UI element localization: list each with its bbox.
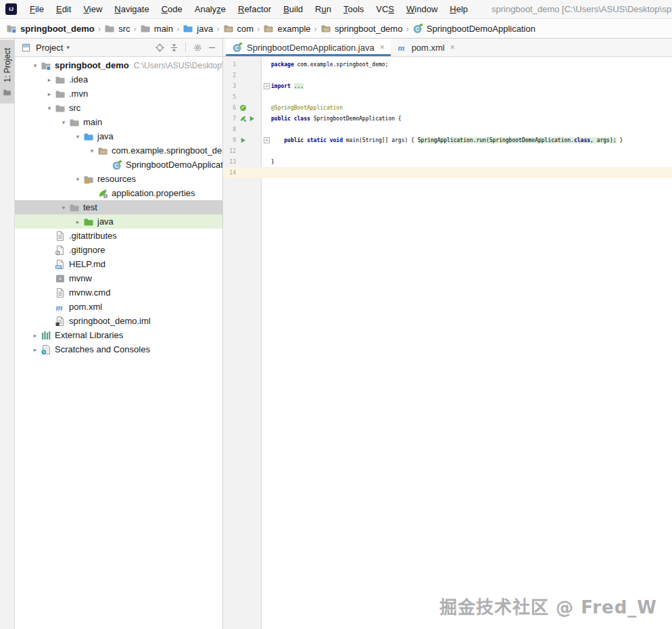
menu-analyze[interactable]: Analyze xyxy=(189,0,232,18)
breadcrumb-item-springbootdemoapplication[interactable]: CSpringbootDemoApplication xyxy=(412,23,535,34)
tree-item-test[interactable]: ▾test xyxy=(15,200,222,214)
collapse-all-button[interactable] xyxy=(168,41,180,53)
run-icon[interactable] xyxy=(248,115,256,122)
spring-leaf-icon[interactable] xyxy=(239,115,247,122)
code-line[interactable]: 5 xyxy=(223,91,672,102)
code-line[interactable]: 3+import ... xyxy=(223,80,672,91)
code-line-caret[interactable]: 14 xyxy=(223,167,672,178)
code-text: package com.example.springboot_demo; xyxy=(271,62,388,68)
chevron-right-icon[interactable]: ▸ xyxy=(30,346,41,353)
file-shell-icon: › xyxy=(55,273,66,284)
tree-item--gitignore[interactable]: .gitignore xyxy=(15,243,222,257)
editor-tab-springbootdemoapplication-java[interactable]: CSpringbootDemoApplication.java× xyxy=(226,39,391,56)
code-text: } xyxy=(271,159,274,165)
chevron-down-icon[interactable]: ▾ xyxy=(66,44,70,51)
menu-refactor[interactable]: Refactor xyxy=(232,0,277,18)
hide-panel-button[interactable] xyxy=(206,41,218,53)
fold-marker-icon[interactable]: + xyxy=(264,137,270,143)
breadcrumb-item-springboot-demo[interactable]: springboot_demo xyxy=(320,23,402,34)
tree-item-mvnw[interactable]: ›mvnw xyxy=(15,271,222,285)
line-number: 9 xyxy=(226,137,236,143)
locate-file-button[interactable] xyxy=(153,41,166,53)
springleaf-icon xyxy=(239,115,247,122)
code-text: import ... xyxy=(271,83,304,89)
menu-navigate[interactable]: Navigate xyxy=(108,0,155,18)
code-line[interactable]: 2 xyxy=(223,70,672,80)
tree-item--idea[interactable]: ▸.idea xyxy=(15,72,222,87)
chevron-down-icon[interactable]: ▾ xyxy=(58,119,69,126)
editor-tab-pom-xml[interactable]: mpom.xml× xyxy=(391,39,461,56)
tree-item-pom-xml[interactable]: mpom.xml xyxy=(15,300,222,314)
chevron-down-icon[interactable]: ▾ xyxy=(44,105,55,112)
code-line[interactable]: 12 xyxy=(223,145,672,156)
menu-tools[interactable]: Tools xyxy=(337,0,370,18)
menu-code[interactable]: Code xyxy=(155,0,189,18)
tree-item-application-properties[interactable]: application.properties xyxy=(15,186,222,200)
line-number: 14 xyxy=(226,170,236,176)
breadcrumb-item-com[interactable]: com xyxy=(223,23,254,34)
code-line[interactable]: 1package com.example.springboot_demo; xyxy=(223,59,672,70)
chevron-right-icon[interactable]: ▸ xyxy=(30,332,41,339)
breadcrumb-item-example[interactable]: example xyxy=(263,23,310,34)
menu-build[interactable]: Build xyxy=(277,0,309,18)
chevron-down-icon[interactable]: ▾ xyxy=(72,133,83,140)
tree-item-label: External Libraries xyxy=(55,330,123,340)
breadcrumb: springboot_demo›src›main›java›com›exampl… xyxy=(0,19,672,39)
tree-item--gitattributes[interactable]: .gitattributes xyxy=(15,229,222,243)
menu-edit[interactable]: Edit xyxy=(50,0,77,18)
menu-help[interactable]: Help xyxy=(443,0,474,18)
file-shell-icon: › xyxy=(55,273,66,284)
tree-item-help-md[interactable]: MDHELP.md xyxy=(15,257,222,271)
breadcrumb-label: java xyxy=(197,24,213,34)
chevron-right-icon[interactable]: ▸ xyxy=(72,218,83,225)
project-view-icon xyxy=(21,43,31,53)
tree-item-java[interactable]: ▾java xyxy=(15,129,222,143)
tree-item-com-example-springboot-demo[interactable]: ▾com.example.springboot_demo xyxy=(15,143,222,158)
tool-window-project-button[interactable]: 1: Project xyxy=(0,40,14,103)
tree-item-resources[interactable]: ▾resources xyxy=(15,172,222,186)
tree-item-src[interactable]: ▾src xyxy=(15,101,222,115)
menu-run[interactable]: Run xyxy=(309,0,337,18)
run-icon[interactable] xyxy=(239,137,247,144)
menu-vcs[interactable]: VCS xyxy=(370,0,400,18)
chevron-right-icon[interactable]: ▸ xyxy=(44,91,55,97)
tree-item-main[interactable]: ▾main xyxy=(15,115,222,129)
breadcrumb-item-main[interactable]: main xyxy=(140,23,173,34)
chevron-down-icon[interactable]: ▾ xyxy=(87,147,97,154)
menu-file[interactable]: File xyxy=(24,0,50,18)
tree-item--mvn[interactable]: ▸.mvn xyxy=(15,87,222,101)
close-icon[interactable]: × xyxy=(450,43,455,52)
chevron-down-icon[interactable]: ▾ xyxy=(72,176,83,183)
menu-view[interactable]: View xyxy=(77,0,108,18)
spring-boot-icon[interactable] xyxy=(239,104,247,112)
code-line[interactable]: 7public class SpringbootDemoApplication … xyxy=(223,113,672,124)
tree-item-springbootdemoapplication[interactable]: CSpringbootDemoApplication xyxy=(15,158,222,172)
breadcrumb-item-src[interactable]: src xyxy=(104,23,130,34)
code-editor[interactable]: 1package com.example.springboot_demo;23+… xyxy=(223,57,672,629)
fold-marker-icon[interactable]: + xyxy=(264,83,270,89)
menu-window[interactable]: Window xyxy=(400,0,443,18)
tree-item-java[interactable]: ▸java xyxy=(15,214,222,229)
code-text: public static void main(String[] args) {… xyxy=(271,137,623,143)
chevron-right-icon[interactable]: ▸ xyxy=(44,76,55,83)
breadcrumb-item-java[interactable]: java xyxy=(183,23,213,34)
tree-item-springboot-demo-iml[interactable]: springboot_demo.iml xyxy=(15,314,222,328)
close-icon[interactable]: × xyxy=(380,43,385,52)
folder-icon xyxy=(55,89,66,99)
breadcrumb-label: springboot_demo xyxy=(20,24,95,34)
settings-gear-button[interactable] xyxy=(191,41,203,53)
chevron-down-icon[interactable]: ▾ xyxy=(58,204,69,211)
tree-item-springboot-demo[interactable]: ▾springboot_demoC:\Users\ASUS\Desktop\sp… xyxy=(15,58,222,72)
project-tree: ▾springboot_demoC:\Users\ASUS\Desktop\sp… xyxy=(15,57,222,629)
project-panel-title[interactable]: Project xyxy=(36,43,63,53)
code-line[interactable]: 6@SpringBootApplication xyxy=(223,102,672,113)
tree-item-scratches-and-consoles[interactable]: ▸Scratches and Consoles xyxy=(15,342,222,356)
code-line[interactable]: 8 xyxy=(223,124,672,135)
tree-item-mvnw-cmd[interactable]: mvnw.cmd xyxy=(15,285,222,300)
breadcrumb-item-springboot-demo[interactable]: springboot_demo xyxy=(6,23,95,34)
code-line[interactable]: 9+ public static void main(String[] args… xyxy=(223,135,672,145)
line-number: 3 xyxy=(226,83,236,89)
chevron-down-icon[interactable]: ▾ xyxy=(30,62,41,69)
code-line[interactable]: 13} xyxy=(223,156,672,167)
tree-item-external-libraries[interactable]: ▸External Libraries xyxy=(15,328,222,342)
